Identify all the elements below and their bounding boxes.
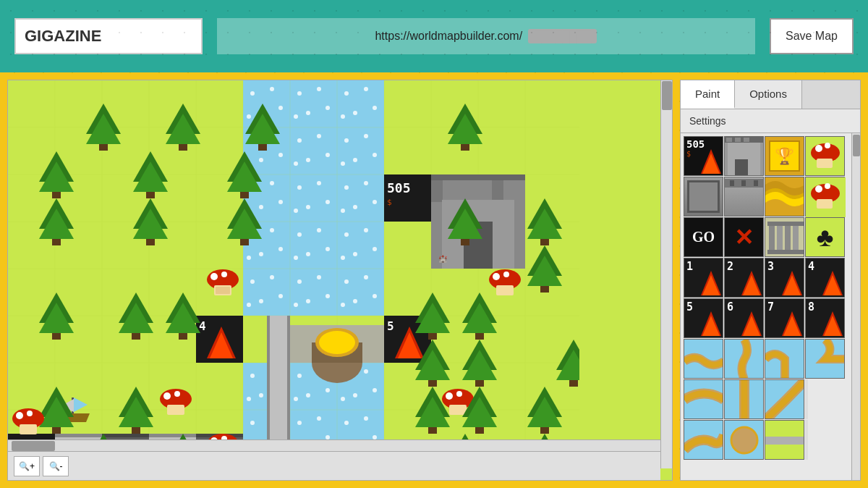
svg-marker-231 (824, 275, 841, 295)
url-blurred-segment: ████████ (528, 29, 597, 43)
tile-terrain-5[interactable] (724, 420, 764, 460)
svg-text:🏰: 🏰 (438, 254, 448, 264)
save-map-button[interactable]: Save Map (770, 18, 854, 54)
map-title-input[interactable]: GIGAZINE (14, 18, 203, 54)
svg-point-105 (163, 392, 171, 400)
svg-point-110 (456, 391, 462, 397)
svg-rect-162 (146, 239, 155, 245)
svg-rect-174 (540, 286, 549, 293)
zoom-out-button[interactable]: 🔍- (43, 456, 69, 476)
tile-gold-wave[interactable] (765, 177, 804, 216)
panel-tabs: Paint Options (681, 80, 860, 109)
svg-rect-54 (431, 174, 525, 180)
svg-rect-111 (449, 405, 467, 415)
tile-num-8[interactable]: 8 (805, 298, 845, 338)
tile-mushroom-1[interactable] (805, 136, 845, 176)
map-scrollbar-v-thumb[interactable] (662, 81, 672, 110)
panel-tile-area[interactable]: 505 $ (681, 133, 860, 480)
svg-marker-227 (743, 275, 760, 295)
panel-right-gutter2 (805, 420, 808, 460)
tile-columns[interactable] (765, 217, 804, 257)
svg-marker-225 (702, 275, 720, 295)
map-scrollbar-horizontal[interactable] (8, 439, 660, 451)
svg-rect-189 (179, 333, 187, 340)
tile-num-4[interactable]: 4 (805, 258, 845, 298)
svg-rect-171 (540, 239, 549, 245)
svg-rect-107 (167, 405, 184, 415)
svg-point-106 (174, 391, 180, 397)
svg-rect-34 (179, 144, 187, 151)
svg-rect-180 (475, 333, 484, 340)
tile-castle-1[interactable] (724, 136, 764, 176)
tile-path-3[interactable] (765, 339, 804, 379)
svg-rect-43 (52, 192, 61, 198)
tile-gold[interactable]: 🏆 (765, 136, 804, 176)
svg-point-109 (446, 392, 453, 400)
svg-rect-68 (496, 285, 514, 295)
tile-num-6[interactable]: 6 (724, 298, 764, 338)
svg-rect-37 (258, 144, 267, 151)
svg-rect-195 (475, 427, 484, 434)
tab-paint[interactable]: Paint (681, 80, 735, 109)
svg-rect-90 (475, 380, 484, 387)
svg-text:505: 505 (387, 180, 411, 195)
svg-rect-103 (132, 427, 140, 434)
svg-point-249 (731, 427, 757, 453)
tile-club[interactable]: ♣ (805, 217, 845, 257)
tile-num-7[interactable]: 7 (765, 298, 804, 338)
tile-num-2[interactable]: 2 (724, 258, 764, 298)
tile-505[interactable]: 505 $ (684, 136, 723, 176)
tab-options[interactable]: Options (735, 80, 802, 109)
svg-rect-82 (267, 316, 290, 363)
svg-rect-114 (540, 427, 549, 434)
zoom-in-button[interactable]: 🔍+ (14, 456, 40, 476)
top-bar: GIGAZINE https://worldmapbuilder.com/ ██… (0, 0, 868, 72)
svg-rect-219 (777, 222, 783, 254)
svg-point-66 (493, 273, 500, 280)
svg-rect-93 (569, 380, 578, 387)
svg-point-62 (221, 272, 227, 277)
tile-x[interactable]: ✕ (724, 217, 764, 257)
panel-scrollbar-vertical[interactable] (851, 133, 860, 480)
svg-rect-83 (267, 316, 270, 363)
svg-rect-64 (216, 287, 230, 294)
tile-terrain-1[interactable] (684, 379, 723, 419)
svg-rect-84 (287, 316, 290, 363)
svg-point-67 (503, 272, 509, 277)
map-area[interactable]: 505 $ 🏰 (7, 80, 673, 481)
svg-rect-216 (817, 199, 833, 209)
map-scrollbar-vertical[interactable] (660, 80, 672, 468)
tab-settings[interactable]: Settings (681, 109, 860, 133)
svg-rect-183 (52, 333, 61, 340)
svg-rect-210 (817, 159, 833, 168)
tile-mushroom-2[interactable] (805, 177, 845, 216)
tile-num-1[interactable]: 1 (684, 258, 723, 298)
svg-rect-186 (132, 333, 140, 340)
tile-num-5[interactable]: 5 (684, 298, 723, 338)
panel-scrollbar-thumb[interactable] (853, 135, 860, 156)
tile-terrain-6[interactable] (765, 420, 804, 460)
tile-go[interactable]: GO (684, 217, 723, 257)
tile-terrain-2[interactable] (724, 379, 764, 419)
tile-path-4[interactable] (805, 339, 845, 379)
svg-rect-40 (461, 144, 469, 151)
svg-marker-239 (824, 316, 841, 336)
svg-rect-49 (240, 192, 249, 198)
tile-path-2[interactable] (724, 339, 764, 379)
tile-num-3[interactable]: 3 (765, 258, 804, 298)
tile-terrain-4[interactable] (684, 420, 723, 460)
tile-path-1[interactable] (684, 339, 723, 379)
tile-castle-2[interactable] (684, 177, 723, 216)
svg-marker-229 (783, 275, 801, 295)
tile-castle-3[interactable] (724, 177, 764, 216)
tile-terrain-3[interactable] (765, 379, 804, 419)
svg-point-117 (16, 412, 23, 419)
map-scrollbar-h-thumb[interactable] (12, 441, 55, 451)
svg-rect-46 (146, 192, 155, 198)
svg-marker-206 (702, 153, 720, 174)
svg-rect-159 (52, 239, 61, 245)
svg-rect-218 (769, 222, 775, 254)
svg-marker-233 (702, 316, 720, 336)
map-canvas[interactable]: 505 $ 🏰 (8, 80, 579, 471)
svg-point-214 (815, 185, 822, 193)
